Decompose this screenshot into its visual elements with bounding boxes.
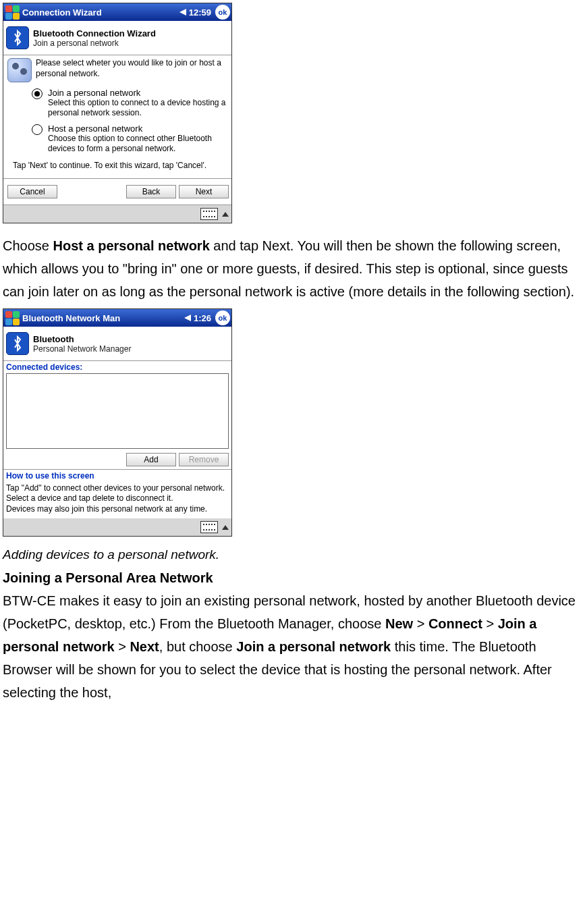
speaker-icon[interactable] [184, 315, 191, 321]
header-title: Bluetooth [33, 334, 131, 344]
connected-devices-list[interactable] [6, 373, 229, 449]
start-menu-icon[interactable] [5, 310, 20, 325]
instruction-paragraph-1: Choose Host a personal network and tap N… [3, 234, 580, 303]
header-subtitle: Personal Network Manager [33, 344, 131, 354]
ok-button[interactable]: ok [215, 310, 230, 325]
instruction-paragraph-2: BTW-CE makes it easy to join an existing… [3, 589, 580, 704]
wizard-graphic-icon [7, 58, 32, 82]
option-description: Choose this option to connect other Blue… [48, 134, 227, 154]
window-title: Bluetooth Network Man [22, 313, 184, 323]
ok-button[interactable]: ok [215, 5, 230, 20]
wizard-button-bar: Cancel Back Next [3, 179, 231, 205]
option-description: Select this option to connect to a devic… [48, 98, 227, 118]
bluetooth-icon [6, 332, 29, 355]
screenshot-connection-wizard: Connection Wizard 12:59 ok Bluetooth Con… [3, 3, 232, 223]
cancel-button[interactable]: Cancel [7, 185, 57, 198]
radio-icon[interactable] [32, 88, 43, 99]
titlebar: Connection Wizard 12:59 ok [3, 3, 231, 21]
app-header: Bluetooth Personal Network Manager [3, 327, 231, 361]
wizard-header: Bluetooth Connection Wizard Join a perso… [3, 21, 231, 55]
header-title: Bluetooth Connection Wizard [33, 28, 156, 38]
how-to-section: How to use this screen Tap "Add" to conn… [3, 469, 231, 518]
screenshot-network-manager: Bluetooth Network Man 1:26 ok Bluetooth … [3, 308, 232, 537]
speaker-icon[interactable] [179, 9, 186, 16]
figure-caption: Adding devices to a personal network. [3, 547, 580, 562]
radio-option-host[interactable]: Host a personal network Choose this opti… [32, 124, 227, 154]
start-menu-icon[interactable] [5, 5, 20, 20]
add-button[interactable]: Add [126, 453, 176, 466]
soft-input-bar [3, 205, 231, 223]
back-button[interactable]: Back [126, 185, 176, 198]
wizard-body: Please select wheter you would like to j… [3, 55, 231, 179]
header-subtitle: Join a personal network [33, 38, 156, 48]
keyboard-icon[interactable] [200, 208, 218, 220]
clock[interactable]: 1:26 [194, 313, 211, 323]
soft-input-bar [3, 518, 231, 536]
list-button-row: Add Remove [3, 453, 231, 469]
wizard-prompt-text: Please select wheter you would like to j… [36, 58, 227, 82]
clock[interactable]: 12:59 [189, 7, 211, 18]
wizard-hint: Tap 'Next' to continue. To exit this wiz… [13, 161, 227, 170]
titlebar: Bluetooth Network Man 1:26 ok [3, 309, 231, 327]
section-heading: Joining a Personal Area Network [3, 566, 580, 589]
input-selector-icon[interactable] [222, 212, 229, 217]
connected-devices-label: Connected devices: [3, 361, 231, 372]
bluetooth-icon [6, 26, 29, 49]
how-to-title: How to use this screen [6, 471, 229, 482]
input-selector-icon[interactable] [222, 525, 229, 530]
option-label: Join a personal network [48, 88, 227, 98]
remove-button: Remove [179, 453, 229, 466]
next-button[interactable]: Next [179, 185, 229, 198]
option-label: Host a personal network [48, 124, 227, 134]
window-title: Connection Wizard [22, 7, 179, 18]
radio-icon[interactable] [32, 124, 43, 135]
how-to-text: Tap "Add" to connect other devices to yo… [6, 483, 229, 515]
radio-option-join[interactable]: Join a personal network Select this opti… [32, 88, 227, 118]
keyboard-icon[interactable] [200, 521, 218, 533]
